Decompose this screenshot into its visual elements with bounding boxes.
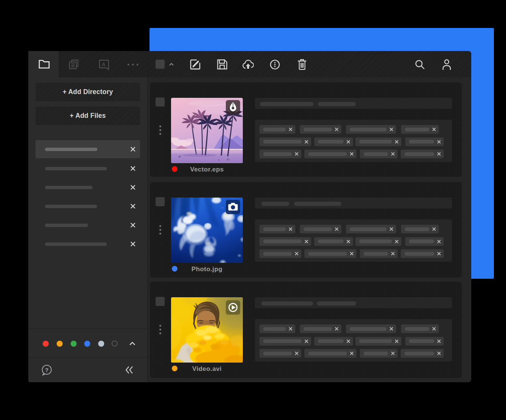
svg-text:?: ? [45, 367, 48, 373]
svg-text:A: A [102, 62, 106, 67]
